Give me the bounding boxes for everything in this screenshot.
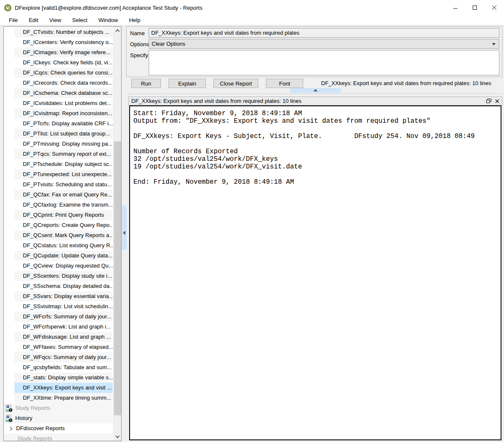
report-list-item[interactable]: DF_WFcrfs: Summary of daily jour...: [14, 312, 113, 322]
report-list-item[interactable]: DF_PTqcs: Summary report of ext...: [14, 149, 113, 159]
horizontal-splitter-handle[interactable]: [290, 88, 341, 93]
report-list-item[interactable]: DF_QCsent: Mark Query Reports a...: [14, 230, 113, 240]
maximize-button[interactable]: [465, 0, 485, 15]
report-list-item[interactable]: DF_WFdiskusage: List and graph ...: [14, 332, 113, 342]
sidebar-bottom-item[interactable]: DFdiscover Reports: [4, 423, 113, 434]
report-list-item[interactable]: DF_XXkeys: Export keys and visit ...: [14, 383, 113, 393]
report-output-text: Start: Friday, November 9, 2018 8:49:18 …: [130, 106, 501, 186]
scrollbar-thumb[interactable]: [114, 141, 121, 415]
report-list-item[interactable]: DF_ICkeys: Check key fields (id, vi...: [14, 58, 113, 68]
report-item-label: DF_PTmissing: Display missing pa...: [23, 141, 113, 147]
close-button[interactable]: [485, 0, 504, 15]
report-item-label: DF_PTlist: List subject data group...: [23, 130, 110, 137]
scroll-up-button[interactable]: [114, 27, 122, 35]
report-item-label: DF_WFcrfsperwk: List and graph i...: [23, 323, 111, 330]
sidebar-bottom-item-label: DFdiscover Reports: [16, 423, 65, 434]
report-item-label: DF_ICvisitdates: List problems det...: [23, 100, 111, 106]
report-list-item[interactable]: DF_qcsbyfields: Tabulate and sum...: [14, 362, 113, 373]
report-item-label: DF_PTcrfs: Display available CRF i...: [23, 120, 113, 127]
close-panel-button[interactable]: [493, 97, 501, 105]
font-button[interactable]: Font: [266, 79, 303, 88]
menu-window[interactable]: Window: [93, 16, 123, 25]
report-item-label: DF_ICkeys: Check key fields (id, vi...: [23, 59, 113, 66]
options-label: Options: [130, 41, 149, 47]
report-item-label: DF_QCupdate: Update Query data...: [23, 252, 113, 259]
sidebar-bottom-item[interactable]: Study Reports: [4, 434, 113, 441]
report-list-item[interactable]: DF_ICcenters: Verify consistency o...: [14, 37, 113, 47]
report-list-item[interactable]: DF_ICvisitmap: Report inconsisten...: [14, 108, 113, 119]
specify-textarea[interactable]: [149, 50, 499, 75]
report-list-item[interactable]: DF_SSvisitmap: List visit schedulin...: [14, 301, 113, 312]
report-list-item[interactable]: DF_ICqcs: Check queries for consi...: [14, 68, 113, 78]
report-list-item[interactable]: DF_WFfaxes: Summary of elapsed...: [14, 342, 113, 352]
report-list-item[interactable]: DF_QCstatus: List existing Query R...: [14, 240, 113, 251]
report-list-item[interactable]: DF_WFcrfsperwk: List and graph i...: [14, 322, 113, 332]
sidebar-bottom-item[interactable]: Study Reports: [4, 403, 113, 413]
report-list-item[interactable]: DF_PTlist: List subject data group...: [14, 129, 113, 139]
close-icon: [492, 5, 497, 10]
report-list-item[interactable]: DF_ICimages: Verify image refere...: [14, 47, 113, 58]
report-list-item[interactable]: DF_ICrecords: Check data records...: [14, 78, 113, 88]
report-list-item[interactable]: DF_SSvars: Display essential varia...: [14, 291, 113, 301]
report-list-item[interactable]: DF_QCfax: Fax or email Query Re...: [14, 190, 113, 200]
maximize-icon: [472, 5, 477, 10]
menu-file[interactable]: File: [3, 16, 23, 25]
minimize-button[interactable]: [446, 0, 465, 15]
float-panel-button[interactable]: [485, 97, 493, 105]
report-list-item[interactable]: DF_QCreports: Create Query Repo...: [14, 220, 113, 230]
report-list-item[interactable]: DF_QCview: Display requested Qu...: [14, 261, 113, 271]
chevron-up-icon: [116, 29, 120, 33]
run-button[interactable]: Run: [131, 79, 161, 88]
report-list-item[interactable]: DF_XXtime: Prepare timing summ...: [14, 393, 113, 403]
report-list-item[interactable]: DF_ICvisitdates: List problems det...: [14, 98, 113, 108]
report-list-item[interactable]: DF_PTvisits: Scheduling and statu...: [14, 180, 113, 190]
report-list-item[interactable]: DF_QCprint: Print Query Reports: [14, 210, 113, 220]
specify-label: Specify: [130, 52, 148, 58]
window-controls: [446, 0, 504, 15]
report-item-label: DF_QCsent: Mark Query Reports a...: [23, 232, 113, 238]
report-status-text: DF_XXkeys: Export keys and visit dates f…: [321, 79, 491, 88]
close-panel-icon: [495, 99, 499, 103]
chevron-down-icon: [116, 434, 120, 438]
sidebar-bottom-item-label: Study Reports: [17, 434, 52, 441]
options-dropdown[interactable]: Clear Options: [149, 39, 499, 49]
scroll-down-button[interactable]: [114, 433, 122, 441]
report-item-label: DF_QCprint: Print Query Reports: [23, 212, 104, 218]
report-item-label: DF_CTvisits: Number of subjects ...: [23, 29, 109, 35]
report-chart-icon: [6, 415, 13, 422]
report-list-item[interactable]: DF_PTmissing: Display missing pa...: [14, 139, 113, 149]
report-list-item[interactable]: DF_PTunexpected: List unexpecte...: [14, 169, 113, 180]
collapse-left-icon: [123, 231, 125, 235]
report-list-item[interactable]: DF_SSschema: Display detailed da...: [14, 281, 113, 291]
menu-bar: File Edit View Select Window Help: [0, 15, 504, 25]
report-item-label: DF_SSvars: Display essential varia...: [23, 293, 113, 299]
report-list-item[interactable]: DF_stats: Display simple variable s...: [14, 373, 113, 383]
close-report-button[interactable]: Close Report: [213, 79, 258, 88]
explain-button[interactable]: Explain: [169, 79, 206, 88]
report-item-label: DF_ICvisitmap: Report inconsisten...: [23, 110, 112, 116]
menu-view[interactable]: View: [44, 16, 66, 25]
vertical-splitter-handle[interactable]: [122, 205, 127, 250]
report-list-item[interactable]: DF_PTschedule: Display subject sc...: [14, 159, 113, 169]
menu-edit[interactable]: Edit: [23, 16, 44, 25]
name-field[interactable]: [149, 28, 499, 38]
menu-help[interactable]: Help: [124, 16, 146, 25]
report-item-label: DF_ICqcs: Check queries for consi...: [23, 69, 113, 76]
report-list-item[interactable]: DF_PTcrfs: Display available CRF i...: [14, 119, 113, 129]
report-item-label: DF_WFdiskusage: List and graph ...: [23, 334, 111, 340]
report-list-item[interactable]: DF_QCfaxlog: Examine the transm...: [14, 200, 113, 210]
report-list-item[interactable]: DF_ICschema: Check database sc...: [14, 88, 113, 98]
report-list: DF_CTvisits: Number of subjects ... DF_I…: [4, 27, 113, 441]
report-item-label: DF_XXtime: Prepare timing summ...: [23, 395, 111, 401]
menu-select[interactable]: Select: [66, 16, 93, 25]
report-list-item[interactable]: DF_SScenters: Display study site i...: [14, 271, 113, 281]
report-list-item[interactable]: DF_QCupdate: Update Query data...: [14, 251, 113, 261]
report-list-item[interactable]: DF_CTvisits: Number of subjects ...: [14, 27, 113, 37]
sidebar-scrollbar[interactable]: [113, 27, 121, 441]
report-item-label: DF_ICschema: Check database sc...: [23, 90, 113, 96]
report-panel-title: DF_XXkeys: Export keys and visit dates f…: [131, 98, 485, 104]
app-icon: [4, 4, 11, 11]
report-item-label: DF_PTqcs: Summary report of ext...: [23, 151, 111, 157]
report-list-item[interactable]: DF_WFqcs: Summary of daily jour...: [14, 352, 113, 362]
sidebar-bottom-item[interactable]: History: [4, 413, 113, 423]
